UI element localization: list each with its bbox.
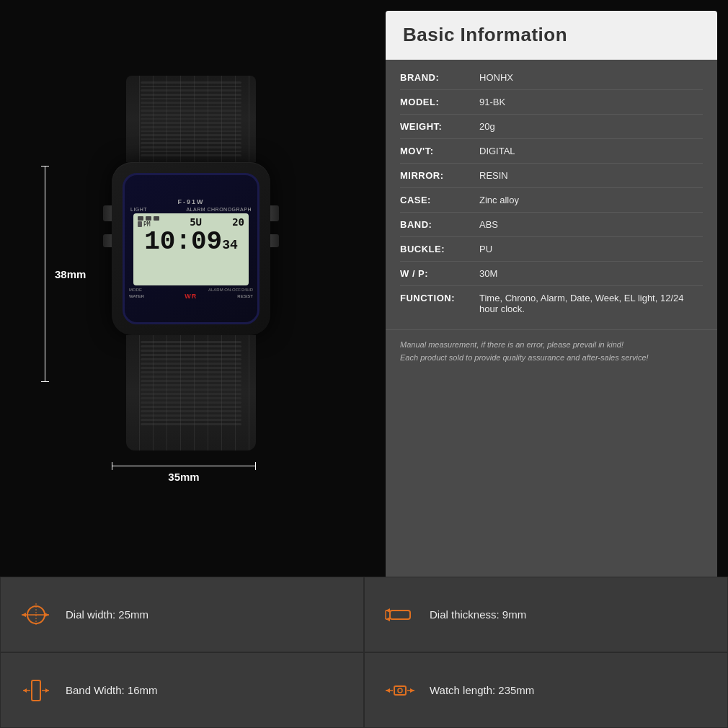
info-value: PU	[479, 244, 703, 254]
watch-top-bar: LIGHT ALARM CHRONOGRAPH	[125, 207, 257, 212]
band-top	[126, 76, 256, 162]
svg-rect-16	[394, 686, 406, 695]
info-key: W / P:	[400, 268, 479, 279]
info-row: CASE:Zinc alloy	[400, 188, 703, 213]
crown-button-right-top	[270, 205, 279, 221]
info-key: MIRROR:	[400, 170, 479, 181]
width-dimension: 35mm	[112, 466, 256, 483]
spec-band-width-label: Band Width: 16mm	[66, 684, 158, 696]
dial-thickness-icon	[382, 597, 418, 633]
watch-case: F-91W LIGHT ALARM CHRONOGRAPH	[112, 162, 270, 335]
info-key: BUCKLE:	[400, 244, 479, 254]
info-key: FUNCTION:	[400, 293, 479, 303]
band-bottom	[126, 335, 256, 450]
svg-marker-14	[23, 688, 27, 693]
info-key: BAND:	[400, 219, 479, 230]
info-row: BUCKLE:PU	[400, 237, 703, 262]
band-width-icon	[18, 672, 54, 709]
watch-alarm-label: ALARM CHRONOGRAPH	[186, 207, 252, 212]
info-panel: Basic Information BRAND:HONHXMODEL:91-BK…	[386, 11, 717, 580]
lcd-day: 5U	[190, 216, 202, 228]
svg-rect-5	[390, 611, 410, 619]
spec-dial-thickness-label: Dial thickness: 9mm	[430, 608, 526, 621]
info-value: 20g	[479, 121, 703, 132]
specs-bar: Dial width: 25mm Dial thickness: 9mm	[0, 577, 728, 728]
info-value: Time, Chrono, Alarm, Date, Week, EL ligh…	[479, 293, 703, 314]
info-key: MOV'T:	[400, 146, 479, 156]
lcd-time-main: 10:09	[144, 229, 222, 255]
lcd-time-sec: 34	[222, 238, 238, 252]
info-key: CASE:	[400, 195, 479, 205]
info-key: MODEL:	[400, 97, 479, 107]
info-value: Zinc alloy	[479, 195, 703, 205]
spec-watch-length: Watch length: 235mm	[364, 652, 728, 728]
watch-light-label: LIGHT	[130, 207, 147, 212]
svg-marker-15	[45, 688, 49, 693]
spec-watch-length-label: Watch length: 235mm	[430, 684, 534, 696]
lcd-top-row: PM 5U 20	[138, 216, 244, 228]
info-row: MODEL:91-BK	[400, 90, 703, 115]
lcd-screen: PM 5U 20 10:09 34	[133, 213, 249, 285]
svg-marker-2	[22, 613, 26, 617]
spec-dial-width: Dial width: 25mm	[0, 577, 364, 652]
lcd-date: 20	[232, 216, 244, 228]
watch-water-row: WATER WR RESIST	[125, 292, 257, 300]
info-value: RESIN	[479, 170, 703, 181]
info-key: BRAND:	[400, 72, 479, 83]
specs-row-top: Dial width: 25mm Dial thickness: 9mm	[0, 577, 728, 652]
svg-marker-20	[386, 688, 390, 693]
svg-marker-3	[45, 613, 49, 617]
dial-width-icon	[18, 597, 54, 633]
watch-body: F-91W LIGHT ALARM CHRONOGRAPH	[76, 76, 306, 508]
watch-wr-badge: WR	[185, 293, 197, 300]
svg-point-17	[398, 688, 402, 693]
svg-rect-11	[32, 680, 40, 701]
spec-dial-width-label: Dial width: 25mm	[66, 608, 148, 621]
specs-row-bottom: Band Width: 16mm Watch length: 235mm	[0, 652, 728, 728]
watch-resist-label: RESIST	[237, 294, 253, 298]
footer-text: Manual measurement, if there is an error…	[400, 339, 703, 352]
info-value: ABS	[479, 219, 703, 230]
info-value: DIGITAL	[479, 146, 703, 156]
info-row: MIRROR:RESIN	[400, 164, 703, 188]
info-value: HONHX	[479, 72, 703, 83]
info-header: Basic Information	[386, 11, 717, 60]
height-dimension: 38mm	[45, 166, 45, 382]
info-key: WEIGHT:	[400, 121, 479, 132]
watch-bezel: F-91W LIGHT ALARM CHRONOGRAPH	[123, 173, 259, 324]
info-title: Basic Information	[403, 24, 567, 45]
lcd-time: 10:09 34	[138, 229, 244, 255]
info-row: BRAND:HONHX	[400, 66, 703, 90]
info-row: MOV'T:DIGITAL	[400, 139, 703, 164]
info-value: 30M	[479, 268, 703, 279]
main-area: 38mm	[0, 0, 728, 569]
info-value: 91-BK	[479, 97, 703, 107]
watch-bottom-bar: MODE ALARM ON·OFF/24HR	[125, 285, 257, 292]
spec-band-width: Band Width: 16mm	[0, 652, 364, 728]
crown-button-left-top	[103, 205, 112, 221]
crown-button-right-bottom	[270, 234, 279, 247]
watch-water-label: WATER	[129, 294, 144, 298]
width-label: 35mm	[112, 471, 256, 483]
watch-model: F-91W	[178, 198, 205, 205]
crown-button-left-bottom	[103, 234, 112, 247]
watch-length-icon	[382, 672, 418, 709]
watch-area: 38mm	[0, 0, 382, 569]
info-row: BAND:ABS	[400, 213, 703, 237]
info-footer: Manual measurement, if there is an error…	[386, 329, 717, 373]
info-row: WEIGHT:20g	[400, 115, 703, 139]
info-row: W / P:30M	[400, 262, 703, 286]
info-body: BRAND:HONHXMODEL:91-BKWEIGHT:20gMOV'T:DI…	[386, 60, 717, 327]
svg-marker-21	[410, 688, 414, 693]
info-row: FUNCTION:Time, Chrono, Alarm, Date, Week…	[400, 286, 703, 321]
spec-dial-thickness: Dial thickness: 9mm	[364, 577, 728, 652]
footer-text: Each product sold to provide quality ass…	[400, 352, 703, 365]
